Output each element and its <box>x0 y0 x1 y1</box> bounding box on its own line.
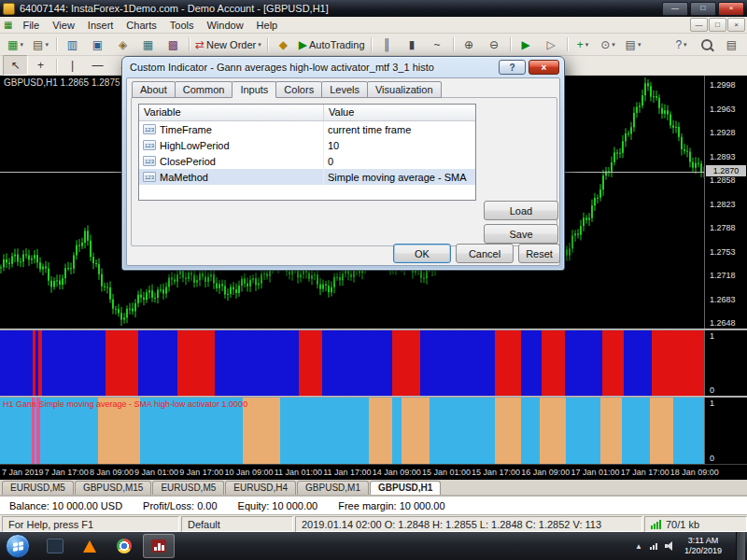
load-button[interactable]: Load <box>484 201 558 220</box>
chart-tab-eurusd-h4[interactable]: EURUSD,H4 <box>225 481 296 495</box>
vertical-line-button[interactable]: | <box>60 55 85 76</box>
time-axis-label: 8 Jan 09:00 <box>90 468 134 477</box>
show-desktop-button[interactable] <box>736 532 745 560</box>
indicators-button[interactable]: +▾ <box>571 35 596 55</box>
chart-tab-gbpusd-m1[interactable]: GBPUSD,M1 <box>297 481 369 495</box>
terminal-button[interactable]: ▦ <box>135 35 161 55</box>
metaeditor-button[interactable]: ◆ <box>271 35 296 55</box>
taskbar-clock[interactable]: 3:11 AM 1/20/2019 <box>684 536 722 557</box>
param-variable-cell: 123HighLowPeriod <box>139 137 324 153</box>
dialog-tab-levels[interactable]: Levels <box>321 81 368 98</box>
dialog-tab-colors[interactable]: Colors <box>275 81 322 98</box>
dropdown-caret-icon: ▾ <box>20 41 23 49</box>
metaeditor-icon: ◆ <box>279 39 288 50</box>
taskbar-app-1[interactable] <box>39 534 71 558</box>
chrome-icon <box>117 539 132 553</box>
menu-item-charts[interactable]: Charts <box>120 19 162 32</box>
status-profile[interactable]: Default <box>181 516 293 532</box>
search-button[interactable] <box>694 35 719 55</box>
indicator2-window[interactable]: H1 Gann Simple moving average - SMA high… <box>0 398 704 464</box>
histogram-bar <box>652 330 704 396</box>
histogram-bar <box>622 398 650 464</box>
chart-tab-gbpusd-h1[interactable]: GBPUSD,H1 <box>370 481 441 495</box>
indicator1-bars <box>0 330 704 396</box>
indicator1-scale-bottom: 0 <box>710 385 714 395</box>
taskbar-chrome[interactable] <box>108 534 140 558</box>
child-minimize-button[interactable]: — <box>690 18 708 32</box>
param-row[interactable]: 123TimeFramecurrent time frame <box>139 121 475 137</box>
zoom-out-button[interactable]: ⊖ <box>482 35 507 55</box>
param-row[interactable]: 123MaMethodSimple moving average - SMA <box>139 169 475 185</box>
time-axis-label: 16 Jan 09:00 <box>521 468 570 477</box>
menu-item-help[interactable]: Help <box>250 19 285 32</box>
new-order-button[interactable]: ⇄New Order▾ <box>192 35 264 55</box>
child-close-button[interactable]: × <box>727 18 745 32</box>
zoom-in-icon: ⊕ <box>464 39 473 50</box>
dialog-tab-visualization[interactable]: Visualization <box>367 81 442 98</box>
minimize-button[interactable]: — <box>662 2 688 16</box>
menu-item-file[interactable]: File <box>16 19 46 32</box>
dialog-tab-common[interactable]: Common <box>175 81 233 98</box>
candlestick-mode-button[interactable]: ▮ <box>400 35 425 55</box>
strategy-tester-button[interactable]: ▩ <box>161 35 186 55</box>
param-value-cell: current time frame <box>324 121 415 137</box>
toolbar-separator <box>453 37 454 51</box>
indicator1-window[interactable] <box>0 330 704 396</box>
community-button[interactable]: ▤ <box>719 35 744 55</box>
menu-item-insert[interactable]: Insert <box>81 19 120 32</box>
templates-button[interactable]: ▤▾ <box>621 35 646 55</box>
dialog-help-button[interactable]: ? <box>499 60 526 75</box>
ok-button[interactable]: OK <box>393 244 451 263</box>
new-chart-button[interactable]: ▦▾ <box>3 35 28 55</box>
child-restore-button[interactable]: □ <box>709 18 726 32</box>
navigator-button[interactable]: ◈ <box>110 35 135 55</box>
periods-button[interactable]: ⊙▾ <box>596 35 621 55</box>
chart-shift-button[interactable]: ▷ <box>539 35 564 55</box>
zoom-in-button[interactable]: ⊕ <box>457 35 482 55</box>
dialog-tab-inputs[interactable]: Inputs <box>232 81 276 98</box>
time-axis[interactable]: 7 Jan 20197 Jan 17:008 Jan 09:009 Jan 01… <box>0 464 747 480</box>
price-scale-label: 1.2998 <box>710 80 736 90</box>
volume-icon[interactable] <box>665 541 675 551</box>
community-icon: ▤ <box>726 39 737 50</box>
mt4-terminal-window: 64007144: InstaForex-1Demo.com - Demo Ac… <box>0 0 747 560</box>
histogram-bar <box>322 330 392 396</box>
cancel-button[interactable]: Cancel <box>456 244 514 263</box>
menu-item-tools[interactable]: Tools <box>163 19 201 32</box>
show-hidden-icons-chevron[interactable]: ▲ <box>635 542 642 551</box>
profiles-button[interactable]: ▤▾ <box>28 35 53 55</box>
chart-tab-gbpusd-m15[interactable]: GBPUSD,M15 <box>75 481 151 495</box>
taskbar-vlc[interactable] <box>74 534 106 558</box>
dialog-close-button[interactable]: × <box>529 60 559 75</box>
cursor-button[interactable]: ↖ <box>3 55 28 76</box>
maximize-button[interactable]: □ <box>690 2 716 16</box>
histogram-bar <box>138 330 177 396</box>
taskbar-mt4[interactable] <box>143 534 175 558</box>
param-row[interactable]: 123HighLowPeriod10 <box>139 137 475 153</box>
parameters-table[interactable]: VariableValue 123TimeFramecurrent time f… <box>138 104 476 201</box>
dialog-tab-about[interactable]: About <box>132 81 176 98</box>
reset-button[interactable]: Reset <box>518 244 560 263</box>
chart-tab-eurusd-m5[interactable]: EURUSD,M5 <box>2 481 74 495</box>
network-icon[interactable] <box>650 543 657 550</box>
line-chart-button[interactable]: ~ <box>425 35 450 55</box>
menu-item-window[interactable]: Window <box>200 19 249 32</box>
horizontal-line-button[interactable]: — <box>85 55 110 76</box>
menu-item-view[interactable]: View <box>46 19 81 32</box>
autotrading-button[interactable]: ▶AutoTrading <box>296 35 368 55</box>
price-scale[interactable]: 1.29981.29631.29281.28931.28581.28231.27… <box>704 76 747 329</box>
start-button[interactable] <box>6 534 30 558</box>
param-row[interactable]: 123ClosePeriod0 <box>139 153 475 169</box>
histogram-bar <box>243 398 280 464</box>
market-watch-button[interactable]: ▥ <box>60 35 85 55</box>
chart-tab-eurusd-m5[interactable]: EURUSD,M5 <box>152 481 224 495</box>
close-button[interactable]: × <box>718 2 744 16</box>
auto-scroll-button[interactable]: ▶ <box>514 35 539 55</box>
bar-chart-button[interactable]: ║ <box>374 35 400 55</box>
dialog-title-bar[interactable]: Custom Indicator - Gann averages high-lo… <box>126 57 560 77</box>
save-button[interactable]: Save <box>484 224 558 244</box>
crosshair-button[interactable]: + <box>28 55 53 76</box>
data-window-button[interactable]: ▣ <box>85 35 110 55</box>
new-order-icon: ⇄ <box>195 39 204 50</box>
help-guide-button[interactable]: ?▾ <box>669 35 694 55</box>
